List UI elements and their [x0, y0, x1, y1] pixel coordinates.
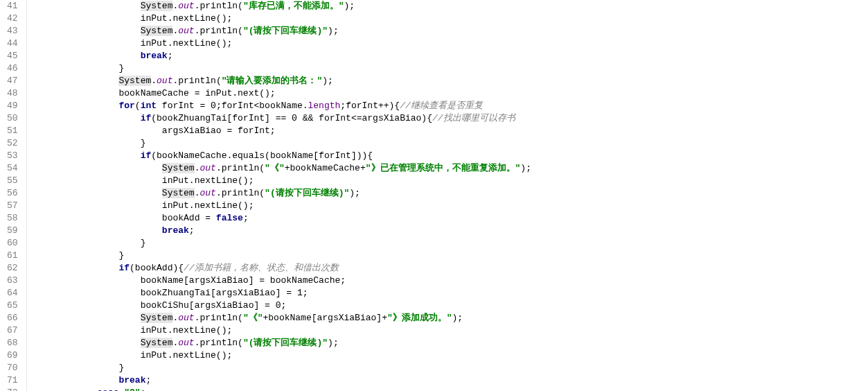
code-line[interactable]: inPut.nextLine(); [33, 12, 531, 25]
token-plain: bookCiShu[argsXiaBiao] = [141, 300, 276, 311]
token-plain: bookAdd = [162, 213, 216, 223]
code-line[interactable]: if(bookZhuangTai[forInt] == 0 && forInt<… [33, 112, 531, 125]
token-cls: System [141, 1, 173, 11]
token-kw: if [118, 263, 130, 273]
token-plain: } [118, 63, 124, 73]
code-line[interactable]: inPut.nextLine(); [33, 200, 531, 212]
token-plain: (bookAdd){ [130, 263, 184, 273]
code-area[interactable]: System.out.println("库存已满，不能添加。"); inPut.… [27, 0, 531, 391]
token-plain: ; [189, 225, 195, 236]
token-plain: ;forInt<bookName. [216, 101, 308, 111]
token-plain: +bookNameCache+ [285, 163, 366, 173]
code-line[interactable]: System.out.println("请输入要添加的书名："); [33, 75, 531, 87]
code-line[interactable]: System.out.println("库存已满，不能添加。"); [33, 0, 531, 12]
token-cls: System [162, 163, 195, 173]
code-line[interactable]: case "2": [33, 387, 531, 391]
line-number: 69 [7, 349, 18, 362]
token-plain: inPut.nextLine(); [141, 38, 233, 49]
token-plain: .println( [195, 1, 243, 11]
token-plain: ; [168, 51, 173, 61]
token-cls: System [141, 26, 173, 36]
code-line[interactable]: break; [33, 225, 531, 237]
line-number: 54 [7, 162, 18, 175]
token-plain: 0 [292, 113, 297, 123]
token-plain: .println( [172, 76, 221, 86]
code-line[interactable]: } [33, 62, 531, 75]
code-line[interactable]: System.out.println("(请按下回车继续)"); [33, 25, 531, 37]
code-line[interactable]: } [33, 237, 531, 250]
token-plain: ); [520, 163, 531, 173]
token-plain: } [118, 363, 124, 373]
token-stat: out [200, 163, 215, 173]
token-plain: . [151, 76, 157, 86]
code-line[interactable]: inPut.nextLine(); [33, 37, 531, 50]
code-line[interactable]: if(bookNameCache.equals(bookName[forInt]… [33, 150, 531, 162]
code-line[interactable]: System.out.println("(请按下回车继续)"); [33, 337, 531, 349]
token-plain: inPut.nextLine(); [162, 175, 254, 186]
token-str: "(请按下回车继续)" [243, 338, 328, 348]
code-line[interactable]: bookZhuangTai[argsXiaBiao] = 1; [33, 287, 531, 299]
token-str: "》添加成功。" [387, 313, 452, 323]
code-line[interactable]: argsXiaBiao = forInt; [33, 125, 531, 137]
code-line[interactable]: bookAdd = false; [33, 212, 531, 225]
token-cls: System [141, 313, 173, 323]
token-plain: : [141, 388, 146, 391]
line-number: 67 [7, 324, 18, 337]
token-plain: (bookZhuangTai[forInt] == [151, 113, 292, 123]
token-plain: } [118, 250, 124, 261]
token-plain: } [141, 238, 146, 248]
code-line[interactable]: System.out.println("《"+bookName[argsXiaB… [33, 312, 531, 324]
line-number: 42 [7, 12, 18, 25]
token-plain: +bookName[argsXiaBiao]+ [263, 313, 387, 323]
token-cls: System [141, 338, 173, 348]
code-line[interactable]: break; [33, 374, 531, 387]
line-number: 50 [7, 112, 18, 125]
code-line[interactable]: bookCiShu[argsXiaBiao] = 0; [33, 299, 531, 312]
line-number: 63 [7, 275, 18, 287]
token-plain: ;forInt++){ [340, 101, 400, 111]
token-kw: if [141, 150, 152, 161]
line-number: 49 [7, 100, 18, 112]
line-number: 44 [7, 37, 18, 50]
token-com: //添加书籍，名称、状态、和借出次数 [184, 263, 339, 273]
token-stat: out [178, 338, 194, 348]
code-line[interactable]: System.out.println("《"+bookNameCache+"》已… [33, 162, 531, 175]
token-kw: false [216, 213, 243, 223]
token-plain: ); [344, 1, 355, 11]
code-line[interactable]: inPut.nextLine(); [33, 349, 531, 362]
token-kw: case [97, 388, 118, 391]
token-str: "《" [265, 163, 285, 173]
token-stat: out [178, 313, 194, 323]
token-kw: break [141, 51, 168, 61]
code-editor[interactable]: 4142434445464748495051525354555657585960… [0, 0, 531, 391]
token-plain: ); [322, 76, 333, 86]
line-number: 52 [7, 137, 18, 150]
token-plain: bookName[argsXiaBiao] = bookNameCache; [141, 275, 346, 286]
code-line[interactable]: inPut.nextLine(); [33, 175, 531, 187]
token-com: //找出哪里可以存书 [432, 113, 515, 123]
token-plain: inPut.nextLine(); [141, 325, 233, 336]
code-line[interactable]: } [33, 137, 531, 150]
code-line[interactable]: inPut.nextLine(); [33, 324, 531, 337]
code-line[interactable]: bookName[argsXiaBiao] = bookNameCache; [33, 275, 531, 287]
token-str: "》已在管理系统中，不能重复添加。" [366, 163, 521, 173]
token-plain: ( [135, 101, 141, 111]
token-stat: out [200, 188, 215, 198]
code-line[interactable]: } [33, 362, 531, 374]
code-line[interactable]: } [33, 250, 531, 262]
token-kw: if [141, 113, 152, 123]
code-line[interactable]: bookNameCache = inPut.next(); [33, 87, 531, 100]
code-line[interactable]: break; [33, 50, 531, 62]
code-line[interactable]: for(int forInt = 0;forInt<bookName.lengt… [33, 100, 531, 112]
token-plain: 0 [211, 101, 216, 111]
token-plain: argsXiaBiao = forInt; [162, 125, 276, 136]
token-plain: forInt = [157, 101, 211, 111]
token-plain: ; [145, 375, 151, 385]
token-stat: out [178, 26, 194, 36]
token-kw: int [141, 101, 157, 111]
line-number: 55 [7, 175, 18, 187]
token-str: "请输入要添加的书名：" [222, 76, 323, 86]
token-plain: .println( [195, 338, 243, 348]
code-line[interactable]: System.out.println("(请按下回车继续)"); [33, 187, 531, 200]
code-line[interactable]: if(bookAdd){//添加书籍，名称、状态、和借出次数 [33, 262, 531, 275]
